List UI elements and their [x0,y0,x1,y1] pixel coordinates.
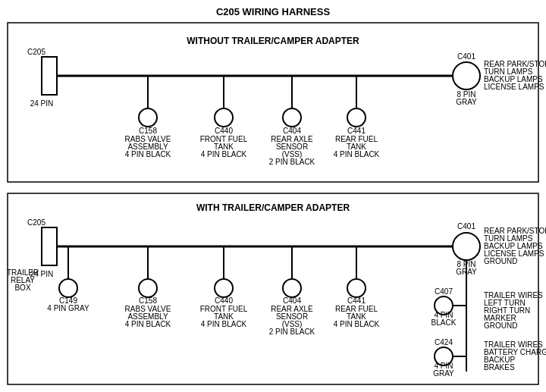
svg-point-10 [347,108,366,127]
svg-point-22 [283,279,301,297]
c205b-label: C205 [27,218,46,227]
c158-label: C158 [139,127,157,135]
c424-desc4: BRAKES [484,363,515,372]
c404-desc4: 2 PIN BLACK [269,158,315,166]
svg-rect-2 [42,57,57,95]
c205-label: C205 [27,48,46,56]
c158b-desc3: 4 PIN BLACK [125,320,171,328]
c440-desc3: 4 PIN BLACK [201,150,247,158]
c441-label: C441 [347,127,366,135]
c424-gray: GRAY [433,369,454,378]
c205-pin: 24 PIN [30,99,54,108]
c404-label: C404 [283,127,301,135]
c149-extra3: BOX [14,284,30,292]
svg-point-8 [283,108,301,127]
c401b-desc5: GROUND [484,257,517,265]
c149-pin: 4 PIN GRAY [47,304,89,312]
c440-label: C440 [215,127,233,135]
svg-point-20 [215,279,233,297]
c158b-label: C158 [139,296,157,305]
c441b-desc3: 4 PIN BLACK [334,320,380,328]
c424-label: C424 [435,338,453,347]
c441-desc3: 4 PIN BLACK [334,150,380,158]
c404b-label: C404 [283,296,301,305]
c407-black: BLACK [431,318,457,327]
section1-title: WITHOUT TRAILER/CAMPER ADAPTER [187,36,359,46]
c401-label: C401 [457,52,475,61]
c401-desc4: LICENSE LAMPS [484,83,544,91]
svg-point-24 [347,279,366,297]
c407-desc5: GROUND [484,321,517,330]
svg-point-18 [139,279,157,297]
svg-point-4 [139,108,157,127]
c401b-label: C401 [457,222,475,230]
svg-rect-14 [42,227,57,265]
c401-gray: GRAY [456,98,477,106]
svg-point-11 [453,62,480,89]
c440b-desc3: 4 PIN BLACK [201,320,247,328]
c158-desc3: 4 PIN BLACK [125,150,171,158]
wiring-diagram: C205 WIRING HARNESS WITHOUT TRAILER/CAMP… [0,0,546,392]
c407-label: C407 [435,287,453,296]
c404b-desc4: 2 PIN BLACK [269,328,315,336]
svg-point-6 [215,108,233,127]
diagram-title: C205 WIRING HARNESS [216,6,331,17]
section2-title: WITH TRAILER/CAMPER ADAPTER [196,202,350,213]
c441b-label: C441 [347,296,366,305]
c440b-label: C440 [215,296,233,305]
svg-point-16 [59,279,77,297]
svg-point-25 [453,233,480,260]
